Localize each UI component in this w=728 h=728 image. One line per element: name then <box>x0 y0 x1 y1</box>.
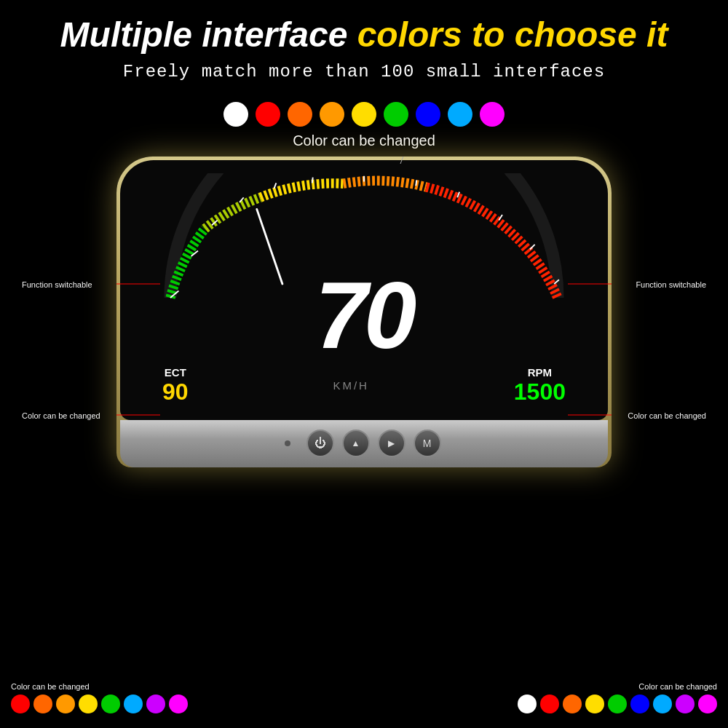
bottom-right-label: Color can be changed <box>518 682 717 691</box>
bottom-swatches-left-block: Color can be changed <box>11 682 188 713</box>
button-up[interactable]: ▲ <box>342 430 370 457</box>
hud-bezel: 70 ECT 90 KM/H RPM 1500 <box>116 157 612 467</box>
ect-label: ECT <box>162 366 189 379</box>
title-line1: Multiple interface colors to choose it <box>0 16 728 55</box>
main-title: Multiple interface colors to choose it F… <box>0 0 728 82</box>
rpm-value: 1500 <box>514 379 566 405</box>
svg-line-8 <box>416 180 416 186</box>
ect-value: 90 <box>162 379 189 405</box>
bswatch-yellow-r <box>585 695 604 713</box>
rpm-block: RPM 1500 <box>514 366 566 405</box>
color-label-top: Color can be changed <box>0 132 728 149</box>
bswatch-cyan-r <box>653 695 672 713</box>
bswatch-white-r <box>518 695 537 713</box>
ann-right-top: Function switchable <box>636 280 706 289</box>
bswatch-orange-r <box>563 695 582 713</box>
swatch-cyan <box>448 102 472 127</box>
ect-block: ECT 90 <box>162 366 189 405</box>
button-power[interactable]: ⏻ <box>306 430 334 457</box>
ann-right-bottom: Color can be changed <box>628 411 706 420</box>
svg-line-5 <box>274 183 277 189</box>
bottom-left-label: Color can be changed <box>11 682 188 691</box>
bottom-left-swatches <box>11 695 188 713</box>
bswatch-yellow <box>79 695 98 713</box>
swatch-yellow <box>352 102 376 127</box>
swatch-red <box>256 102 280 127</box>
title-white-part: Multiple interface <box>60 15 357 54</box>
button-mode[interactable]: M <box>414 430 441 457</box>
color-swatches-top-row <box>0 102 728 127</box>
bswatch-green-r <box>608 695 627 713</box>
bswatch-magenta-l <box>169 695 188 713</box>
swatch-blue <box>416 102 440 127</box>
bswatch-magenta-r <box>698 695 717 713</box>
hud-stats: ECT 90 KM/H RPM 1500 <box>141 363 587 411</box>
hud-base: ⏻ ▲ ▶ M <box>120 420 608 467</box>
page-root: Multiple interface colors to choose it F… <box>0 0 728 728</box>
bswatch-cyan <box>124 695 143 713</box>
swatch-amber <box>320 102 344 127</box>
bswatch-purple-r <box>676 695 695 713</box>
bswatch-red-r <box>540 695 559 713</box>
svg-line-6 <box>312 177 313 183</box>
swatch-magenta <box>480 102 505 127</box>
button-right[interactable]: ▶ <box>378 430 405 457</box>
ann-left-top: Function switchable <box>22 280 92 289</box>
speed-display: 70 <box>141 268 587 363</box>
speed-number: 70 <box>141 268 587 363</box>
swatch-green <box>384 102 408 127</box>
bottom-right-swatches <box>518 695 717 713</box>
bswatch-orange <box>33 695 52 713</box>
rpm-label: RPM <box>514 366 566 379</box>
hud-dot-indicator <box>285 440 290 446</box>
bottom-swatches-row: Color can be changed Color can be change… <box>0 682 728 713</box>
bswatch-blue-r <box>630 695 649 713</box>
swatch-white <box>223 102 248 127</box>
bottom-swatches-right-block: Color can be changed <box>518 682 717 713</box>
title-line2: Freely match more than 100 small interfa… <box>0 62 728 82</box>
bswatch-green <box>101 695 120 713</box>
hud-wrapper: Function switchable Function switchable <box>15 157 713 467</box>
bswatch-amber <box>56 695 75 713</box>
bswatch-purple <box>146 695 165 713</box>
speed-unit-center: KM/H <box>333 379 369 392</box>
title-yellow-part: colors to choose it <box>357 15 668 54</box>
hud-screen: 70 ECT 90 KM/H RPM 1500 <box>120 160 608 420</box>
bswatch-red <box>11 695 30 713</box>
swatch-orange <box>288 102 312 127</box>
ann-left-bottom: Color can be changed <box>22 411 100 420</box>
